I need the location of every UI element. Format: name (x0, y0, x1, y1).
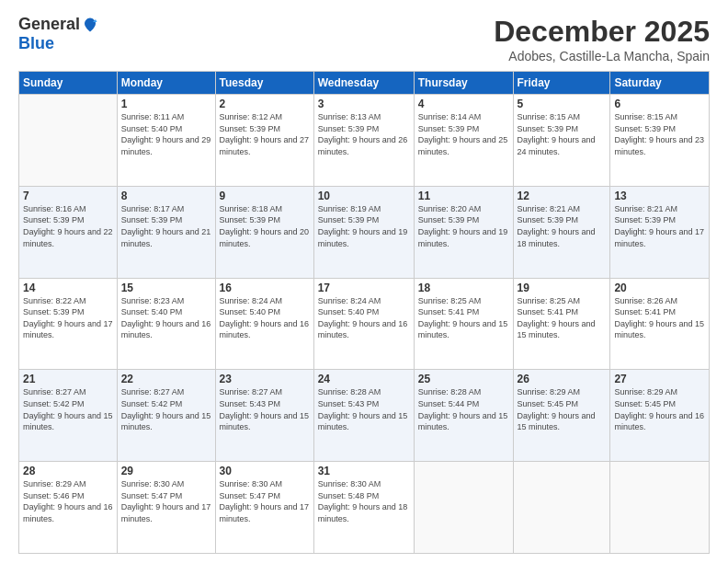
month-title: December 2025 (494, 15, 710, 49)
calendar-day-cell: 16Sunrise: 8:24 AMSunset: 5:40 PMDayligh… (215, 278, 313, 370)
day-info: Sunrise: 8:23 AMSunset: 5:40 PMDaylight:… (121, 295, 211, 341)
day-info: Sunrise: 8:24 AMSunset: 5:40 PMDaylight:… (220, 295, 310, 341)
day-info: Sunrise: 8:28 AMSunset: 5:43 PMDaylight:… (318, 386, 410, 432)
calendar-week-row: 7Sunrise: 8:16 AMSunset: 5:39 PMDaylight… (19, 186, 710, 278)
calendar-day-cell (610, 462, 710, 554)
day-info: Sunrise: 8:15 AMSunset: 5:39 PMDaylight:… (518, 111, 607, 157)
day-info: Sunrise: 8:18 AMSunset: 5:39 PMDaylight:… (220, 203, 310, 249)
day-info: Sunrise: 8:30 AMSunset: 5:47 PMDaylight:… (121, 478, 211, 524)
day-info: Sunrise: 8:21 AMSunset: 5:39 PMDaylight:… (518, 203, 607, 249)
logo-blue-text: Blue (18, 34, 54, 53)
page: General Blue December 2025 Adobes, Casti… (0, 0, 728, 563)
location-subtitle: Adobes, Castille-La Mancha, Spain (494, 49, 710, 63)
day-number: 20 (614, 282, 705, 294)
day-number: 29 (121, 465, 211, 477)
day-info: Sunrise: 8:13 AMSunset: 5:39 PMDaylight:… (318, 111, 410, 157)
day-number: 15 (121, 282, 211, 294)
calendar-day-cell: 27Sunrise: 8:29 AMSunset: 5:45 PMDayligh… (610, 370, 710, 462)
header-row: Sunday Monday Tuesday Wednesday Thursday… (19, 72, 710, 95)
day-number: 28 (23, 465, 113, 477)
day-number: 22 (121, 373, 211, 385)
logo-icon (82, 17, 98, 33)
calendar-day-cell: 5Sunrise: 8:15 AMSunset: 5:39 PMDaylight… (513, 95, 610, 187)
day-info: Sunrise: 8:15 AMSunset: 5:39 PMDaylight:… (614, 111, 705, 157)
calendar-day-cell: 22Sunrise: 8:27 AMSunset: 5:42 PMDayligh… (117, 370, 215, 462)
day-number: 7 (23, 190, 113, 202)
day-number: 3 (318, 98, 410, 110)
logo-general-text: General (18, 15, 80, 34)
calendar-day-cell (414, 462, 513, 554)
day-number: 30 (220, 465, 310, 477)
calendar-day-cell: 28Sunrise: 8:29 AMSunset: 5:46 PMDayligh… (19, 462, 118, 554)
header: General Blue December 2025 Adobes, Casti… (18, 15, 710, 63)
logo: General Blue (18, 15, 98, 53)
day-info: Sunrise: 8:25 AMSunset: 5:41 PMDaylight:… (518, 295, 607, 341)
day-number: 13 (614, 190, 705, 202)
day-number: 25 (418, 373, 509, 385)
col-wednesday: Wednesday (313, 72, 414, 95)
calendar-day-cell: 23Sunrise: 8:27 AMSunset: 5:43 PMDayligh… (215, 370, 313, 462)
day-info: Sunrise: 8:25 AMSunset: 5:41 PMDaylight:… (418, 295, 509, 341)
calendar-day-cell: 10Sunrise: 8:19 AMSunset: 5:39 PMDayligh… (313, 186, 414, 278)
calendar-day-cell: 31Sunrise: 8:30 AMSunset: 5:48 PMDayligh… (313, 462, 414, 554)
day-info: Sunrise: 8:27 AMSunset: 5:42 PMDaylight:… (23, 386, 113, 432)
col-thursday: Thursday (414, 72, 513, 95)
day-info: Sunrise: 8:29 AMSunset: 5:46 PMDaylight:… (23, 478, 113, 524)
day-info: Sunrise: 8:21 AMSunset: 5:39 PMDaylight:… (614, 203, 705, 249)
calendar-day-cell: 29Sunrise: 8:30 AMSunset: 5:47 PMDayligh… (117, 462, 215, 554)
day-number: 9 (220, 190, 310, 202)
day-number: 26 (518, 373, 607, 385)
day-number: 14 (23, 282, 113, 294)
day-number: 6 (614, 98, 705, 110)
calendar-week-row: 21Sunrise: 8:27 AMSunset: 5:42 PMDayligh… (19, 370, 710, 462)
calendar-day-cell: 9Sunrise: 8:18 AMSunset: 5:39 PMDaylight… (215, 186, 313, 278)
calendar-day-cell: 12Sunrise: 8:21 AMSunset: 5:39 PMDayligh… (513, 186, 610, 278)
calendar-day-cell: 3Sunrise: 8:13 AMSunset: 5:39 PMDaylight… (313, 95, 414, 187)
calendar-day-cell: 2Sunrise: 8:12 AMSunset: 5:39 PMDaylight… (215, 95, 313, 187)
day-number: 17 (318, 282, 410, 294)
day-number: 31 (318, 465, 410, 477)
calendar-day-cell: 18Sunrise: 8:25 AMSunset: 5:41 PMDayligh… (414, 278, 513, 370)
calendar-day-cell: 24Sunrise: 8:28 AMSunset: 5:43 PMDayligh… (313, 370, 414, 462)
col-sunday: Sunday (19, 72, 118, 95)
day-info: Sunrise: 8:24 AMSunset: 5:40 PMDaylight:… (318, 295, 410, 341)
col-tuesday: Tuesday (215, 72, 313, 95)
calendar-day-cell: 25Sunrise: 8:28 AMSunset: 5:44 PMDayligh… (414, 370, 513, 462)
day-number: 11 (418, 190, 509, 202)
calendar-table: Sunday Monday Tuesday Wednesday Thursday… (18, 71, 710, 554)
day-number: 24 (318, 373, 410, 385)
calendar-week-row: 1Sunrise: 8:11 AMSunset: 5:40 PMDaylight… (19, 95, 710, 187)
calendar-week-row: 14Sunrise: 8:22 AMSunset: 5:39 PMDayligh… (19, 278, 710, 370)
calendar-day-cell: 21Sunrise: 8:27 AMSunset: 5:42 PMDayligh… (19, 370, 118, 462)
calendar-day-cell: 17Sunrise: 8:24 AMSunset: 5:40 PMDayligh… (313, 278, 414, 370)
day-info: Sunrise: 8:30 AMSunset: 5:48 PMDaylight:… (318, 478, 410, 524)
day-number: 2 (220, 98, 310, 110)
day-number: 10 (318, 190, 410, 202)
calendar-week-row: 28Sunrise: 8:29 AMSunset: 5:46 PMDayligh… (19, 462, 710, 554)
col-monday: Monday (117, 72, 215, 95)
day-info: Sunrise: 8:12 AMSunset: 5:39 PMDaylight:… (220, 111, 310, 157)
day-number: 1 (121, 98, 211, 110)
day-info: Sunrise: 8:11 AMSunset: 5:40 PMDaylight:… (121, 111, 211, 157)
col-saturday: Saturday (610, 72, 710, 95)
calendar-day-cell: 4Sunrise: 8:14 AMSunset: 5:39 PMDaylight… (414, 95, 513, 187)
day-info: Sunrise: 8:20 AMSunset: 5:39 PMDaylight:… (418, 203, 509, 249)
calendar-day-cell: 26Sunrise: 8:29 AMSunset: 5:45 PMDayligh… (513, 370, 610, 462)
day-number: 23 (220, 373, 310, 385)
day-info: Sunrise: 8:17 AMSunset: 5:39 PMDaylight:… (121, 203, 211, 249)
day-info: Sunrise: 8:27 AMSunset: 5:42 PMDaylight:… (121, 386, 211, 432)
calendar-day-cell: 7Sunrise: 8:16 AMSunset: 5:39 PMDaylight… (19, 186, 118, 278)
calendar-day-cell: 13Sunrise: 8:21 AMSunset: 5:39 PMDayligh… (610, 186, 710, 278)
calendar-day-cell: 11Sunrise: 8:20 AMSunset: 5:39 PMDayligh… (414, 186, 513, 278)
day-info: Sunrise: 8:22 AMSunset: 5:39 PMDaylight:… (23, 295, 113, 341)
calendar-day-cell: 15Sunrise: 8:23 AMSunset: 5:40 PMDayligh… (117, 278, 215, 370)
day-number: 12 (518, 190, 607, 202)
col-friday: Friday (513, 72, 610, 95)
day-number: 18 (418, 282, 509, 294)
calendar-day-cell: 19Sunrise: 8:25 AMSunset: 5:41 PMDayligh… (513, 278, 610, 370)
day-number: 16 (220, 282, 310, 294)
calendar-day-cell: 20Sunrise: 8:26 AMSunset: 5:41 PMDayligh… (610, 278, 710, 370)
day-info: Sunrise: 8:29 AMSunset: 5:45 PMDaylight:… (614, 386, 705, 432)
day-number: 4 (418, 98, 509, 110)
calendar-day-cell: 30Sunrise: 8:30 AMSunset: 5:47 PMDayligh… (215, 462, 313, 554)
